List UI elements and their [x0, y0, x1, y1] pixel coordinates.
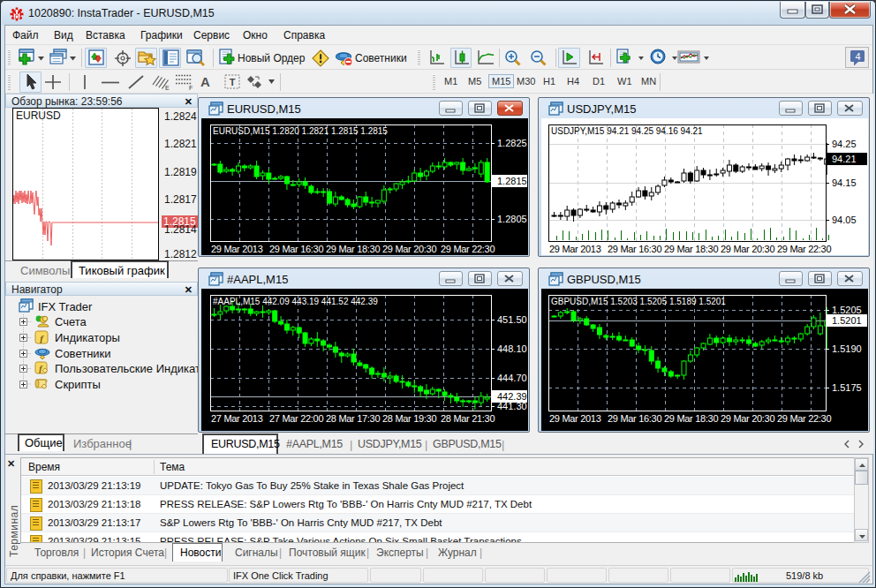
svg-text:28 Mar 17:30: 28 Mar 17:30 — [326, 413, 380, 424]
svg-text:29 Mar 20:30: 29 Mar 20:30 — [721, 413, 774, 424]
svg-text:29 Mar 16:30: 29 Mar 16:30 — [269, 244, 323, 254]
svg-text:1.5175: 1.5175 — [832, 382, 862, 393]
svg-text:94.15: 94.15 — [832, 177, 857, 188]
svg-text:442.39: 442.39 — [497, 391, 527, 402]
svg-text:1.5201: 1.5201 — [832, 315, 862, 326]
svg-text:29 Mar 20:30: 29 Mar 20:30 — [721, 244, 774, 254]
svg-text:GBPUSD,M15 1.5203 1.5205 1.51: GBPUSD,M15 1.5203 1.5205 1.5189 1.5201 — [551, 297, 726, 306]
svg-text:1.5190: 1.5190 — [832, 343, 862, 354]
svg-text:94.25: 94.25 — [832, 139, 857, 149]
svg-text:27 Mar 2013: 27 Mar 2013 — [211, 413, 263, 424]
svg-text:29 Mar 2013: 29 Mar 2013 — [549, 244, 601, 254]
svg-text:27 Mar 22:00: 27 Mar 22:00 — [269, 413, 323, 424]
svg-text:E: E — [165, 85, 170, 91]
svg-text:29 Mar 18:30: 29 Mar 18:30 — [664, 413, 718, 424]
svg-text:94.05: 94.05 — [832, 215, 857, 225]
svg-text:29 Mar 22:30: 29 Mar 22:30 — [441, 244, 495, 254]
svg-text:4: 4 — [855, 51, 860, 62]
svg-text:29 Mar 22:30: 29 Mar 22:30 — [777, 244, 831, 254]
svg-text:29 Mar 22:30: 29 Mar 22:30 — [777, 413, 831, 424]
svg-text:451.50: 451.50 — [497, 314, 527, 325]
svg-text:1.2825: 1.2825 — [497, 138, 527, 148]
svg-text:29 Mar 20:30: 29 Mar 20:30 — [382, 244, 436, 254]
svg-text:444.70: 444.70 — [497, 373, 527, 383]
svg-text:USDJPY,M15 94.21 94.25 94.16: USDJPY,M15 94.21 94.25 94.16 94.21 — [551, 126, 703, 136]
svg-text:#AAPL,M15 442.09 443.19 441.5: #AAPL,M15 442.09 443.19 441.52 442.39 — [213, 297, 378, 306]
svg-text:29 Mar 18:30: 29 Mar 18:30 — [326, 244, 380, 254]
svg-text:28 Mar 19:30: 28 Mar 19:30 — [382, 413, 436, 424]
svg-text:1.5205: 1.5205 — [832, 305, 862, 315]
svg-text:EURUSD,M15 1.2820 1.2821 1.28: EURUSD,M15 1.2820 1.2821 1.2815 1.2815 — [213, 126, 388, 136]
svg-text:29 Mar 16:30: 29 Mar 16:30 — [608, 413, 661, 424]
svg-text:29 Mar 2013: 29 Mar 2013 — [549, 413, 601, 424]
svg-text:448.10: 448.10 — [497, 343, 527, 354]
svg-text:29 Mar 16:30: 29 Mar 16:30 — [608, 244, 661, 254]
svg-text:28 Mar 21:30: 28 Mar 21:30 — [441, 413, 495, 424]
svg-text:T: T — [230, 77, 236, 87]
svg-text:29 Mar 18:30: 29 Mar 18:30 — [664, 244, 718, 254]
svg-text:1.2805: 1.2805 — [497, 214, 527, 224]
svg-text:29 Mar 2013: 29 Mar 2013 — [211, 244, 263, 254]
svg-text:94.21: 94.21 — [832, 154, 857, 164]
svg-text:1.2815: 1.2815 — [497, 176, 527, 186]
svg-text:F: F — [189, 85, 193, 91]
